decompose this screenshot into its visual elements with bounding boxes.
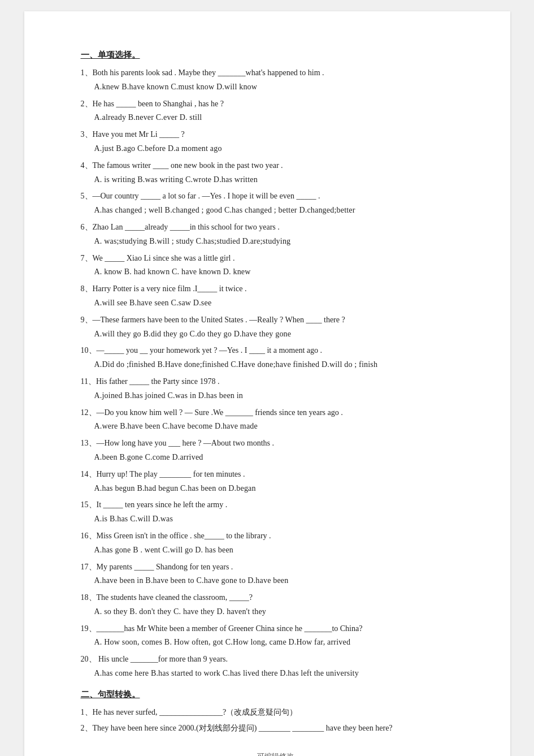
question-2: 2、He has _____ been to Shanghai , has he… — [81, 97, 471, 125]
question-text-15: 15、It _____ ten years since he left the … — [81, 498, 471, 512]
questions-container: 1、Both his parents look sad . Maybe they… — [81, 66, 471, 680]
question-text-2: 2、He has _____ been to Shanghai , has he… — [81, 97, 471, 111]
question-19: 19、_______has Mr White been a member of … — [81, 622, 471, 650]
question-text-8: 8、Harry Potter is a very nice film .I___… — [81, 282, 471, 296]
section2-title: 二、句型转换。 — [81, 689, 471, 700]
options-5: A.has changed ; well B.changed ; good C.… — [94, 204, 471, 217]
options-14: A.has begun B.had begun C.has been on D.… — [94, 482, 471, 495]
options-18: A. so they B. don't they C. have they D.… — [94, 605, 471, 619]
options-20: A.has come here B.has started to work C.… — [94, 667, 471, 680]
question-text-16: 16、Miss Green isn't in the office . she_… — [81, 529, 471, 543]
section1-title: 一、单项选择。 — [81, 50, 471, 61]
options-8: A.will see B.have seen C.saw D.see — [94, 296, 471, 310]
question-text-6: 6、Zhao Lan _____already _____in this sch… — [81, 221, 471, 234]
question-text-11: 11、His father _____ the Party since 1978… — [81, 375, 471, 388]
footer-text: ·可编辑修改· — [81, 751, 471, 756]
options-12: A.were B.have been C.have become D.have … — [94, 420, 471, 433]
options-17: A.have been in B.have been to C.have gon… — [94, 574, 471, 587]
question-text-13: 13、—How long have you ___ here ? —About … — [81, 437, 471, 450]
question-16: 16、Miss Green isn't in the office . she_… — [81, 529, 471, 557]
question-1: 1、Both his parents look sad . Maybe they… — [81, 66, 471, 94]
options-11: A.joined B.has joined C.was in D.has bee… — [94, 389, 471, 403]
question-10: 10、—_____ you __ your homework yet ? —Ye… — [81, 344, 471, 371]
options-4: A. is writing B.was writing C.wrote D.ha… — [94, 173, 471, 187]
section2-container: 1、He has never surfed, ________________?… — [81, 706, 471, 735]
question-5: 5、—Our country _____ a lot so far . —Yes… — [81, 189, 471, 217]
question-15: 15、It _____ ten years since he left the … — [81, 498, 471, 526]
s2-question-text-1: 1、He has never surfed, ________________?… — [81, 706, 471, 719]
question-17: 17、My parents _____ Shandong for ten yea… — [81, 560, 471, 588]
options-1: A.knew B.have known C.must know D.will k… — [94, 80, 471, 94]
question-text-19: 19、_______has Mr White been a member of … — [81, 622, 471, 636]
question-text-9: 9、—These farmers have been to the United… — [81, 313, 471, 327]
options-10: A.Did do ;finished B.Have done;finished … — [94, 358, 471, 371]
question-7: 7、We _____ Xiao Li since she was a littl… — [81, 252, 471, 279]
options-7: A. know B. had known C. have known D. kn… — [94, 265, 471, 279]
question-13: 13、—How long have you ___ here ? —About … — [81, 437, 471, 464]
s2-question-2: 2、They have been here since 2000.(对划线部分提… — [81, 722, 471, 735]
question-9: 9、—These farmers have been to the United… — [81, 313, 471, 341]
options-19: A. How soon, comes B. How often, got C.H… — [94, 636, 471, 649]
question-6: 6、Zhao Lan _____already _____in this sch… — [81, 221, 471, 248]
question-8: 8、Harry Potter is a very nice film .I___… — [81, 282, 471, 310]
question-11: 11、His father _____ the Party since 1978… — [81, 375, 471, 403]
options-15: A.is B.has C.will D.was — [94, 512, 471, 526]
question-text-7: 7、We _____ Xiao Li since she was a littl… — [81, 252, 471, 265]
question-4: 4、The famous writer ____ one new book in… — [81, 159, 471, 187]
options-2: A.already B.never C.ever D. still — [94, 111, 471, 124]
question-20: 20、 His uncle _______for more than 9 yea… — [81, 653, 471, 680]
question-3: 3、Have you met Mr Li _____ ?A.just B.ago… — [81, 128, 471, 155]
question-text-18: 18、The students have cleaned the classro… — [81, 591, 471, 604]
question-text-5: 5、—Our country _____ a lot so far . —Yes… — [81, 189, 471, 203]
options-9: A.will they go B.did they go C.do they g… — [94, 327, 471, 341]
question-text-10: 10、—_____ you __ your homework yet ? —Ye… — [81, 344, 471, 357]
question-text-17: 17、My parents _____ Shandong for ten yea… — [81, 560, 471, 574]
question-text-4: 4、The famous writer ____ one new book in… — [81, 159, 471, 172]
options-3: A.just B.ago C.before D.a moment ago — [94, 142, 471, 155]
options-13: A.been B.gone C.come D.arrived — [94, 451, 471, 464]
worksheet-page: 一、单项选择。 1、Both his parents look sad . Ma… — [24, 11, 510, 756]
question-text-20: 20、 His uncle _______for more than 9 yea… — [81, 653, 471, 666]
s2-question-text-2: 2、They have been here since 2000.(对划线部分提… — [81, 722, 471, 735]
options-16: A.has gone B . went C.will go D. has bee… — [94, 543, 471, 557]
question-12: 12、—Do you know him well ? — Sure .We __… — [81, 406, 471, 434]
question-18: 18、The students have cleaned the classro… — [81, 591, 471, 619]
question-text-1: 1、Both his parents look sad . Maybe they… — [81, 66, 471, 80]
question-text-14: 14、Hurry up! The play ________ for ten m… — [81, 468, 471, 481]
question-14: 14、Hurry up! The play ________ for ten m… — [81, 468, 471, 495]
question-text-3: 3、Have you met Mr Li _____ ? — [81, 128, 471, 141]
options-6: A. was;studying B.will ; study C.has;stu… — [94, 235, 471, 248]
s2-question-1: 1、He has never surfed, ________________?… — [81, 706, 471, 719]
question-text-12: 12、—Do you know him well ? — Sure .We __… — [81, 406, 471, 420]
